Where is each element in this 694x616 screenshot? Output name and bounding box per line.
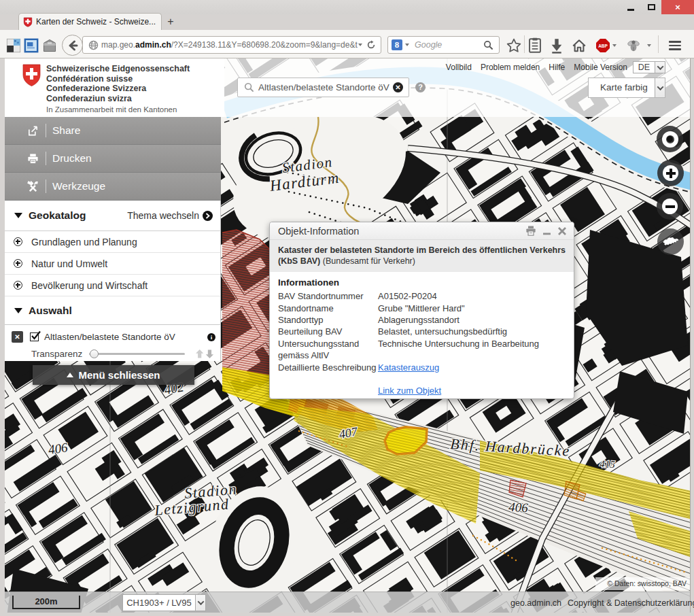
info-row: StandortnameGrube "Mittlerer Hard" [278, 303, 566, 314]
window-border-right [690, 58, 694, 616]
info-row: Link zum Objekt [278, 385, 566, 396]
minus-icon [662, 199, 678, 214]
search-placeholder: Google [415, 40, 483, 50]
werkzeuge-label: Werkzeuge [52, 180, 105, 192]
drucken-label: Drucken [52, 152, 92, 165]
category-label: Natur und Umwelt [31, 258, 107, 269]
site-header-bar: Vollbild Problem melden Hilfe Mobile Ver… [224, 58, 690, 117]
category-bevoelkerung[interactable]: Bevölkerung und Wirtschaft [5, 275, 220, 296]
plus-circle-icon [14, 237, 22, 246]
search-engine-dropdown-icon[interactable] [405, 44, 409, 46]
extension-icon-2[interactable] [24, 36, 39, 55]
url-bar[interactable]: map.geo.admin.ch/?X=249138.11&Y=680698.2… [82, 36, 381, 54]
popup-minimize-icon[interactable] [542, 226, 551, 235]
adblock-icon[interactable]: ABP [595, 36, 610, 55]
toolbar-separator [658, 35, 659, 53]
popup-titlebar[interactable]: Objekt-Information [270, 222, 574, 240]
browser-tab[interactable]: Karten der Schweiz - Schweize... [18, 13, 162, 30]
search-magnifier-icon[interactable] [483, 40, 493, 50]
tab-strip: Karten der Schweiz - Schweize... + [0, 0, 694, 30]
back-button[interactable] [62, 35, 83, 56]
copyright-link[interactable]: Copyright & Datenschutzerklärung [568, 598, 694, 608]
slider-track [89, 353, 185, 355]
arrow-right-circle-icon [203, 211, 213, 221]
slider-knob[interactable] [90, 349, 99, 358]
category-label: Grundlagen und Planung [31, 237, 137, 247]
info-row: Untersuchungsstand gemäss AltlVTechnisch… [278, 338, 566, 362]
label-406a: 406 [48, 440, 69, 457]
share-label: Share [52, 124, 80, 137]
extension-icon-1[interactable] [6, 36, 21, 55]
language-select[interactable]: DE [633, 61, 665, 73]
link-vollbild[interactable]: Vollbild [446, 63, 472, 72]
extension-icon-3[interactable] [42, 36, 57, 55]
layer-row: ✕ Altlasten/belastete Standorte öV i [5, 328, 220, 346]
help-icon[interactable]: ? [415, 82, 426, 92]
search-icon [244, 82, 254, 92]
geokatalog-section-header[interactable]: Geokatalog Thema wechseln [5, 201, 220, 231]
auswahl-section-header[interactable]: Auswahl [5, 296, 220, 325]
layer-order-arrows[interactable] [194, 349, 216, 359]
layer-checkbox[interactable] [30, 332, 39, 341]
category-grundlagen[interactable]: Grundlagen und Planung [5, 231, 220, 253]
map-attribution: © Daten: swisstopo, BAV [595, 577, 690, 590]
thema-wechseln-link[interactable]: Thema wechseln [127, 210, 213, 221]
sidebar-item-drucken[interactable]: Drucken [5, 145, 221, 173]
popup-print-icon[interactable] [525, 226, 536, 236]
plus-circle-icon [14, 281, 22, 290]
thema-label: Thema wechseln [127, 210, 199, 221]
bookmarks-list-icon[interactable] [527, 36, 542, 55]
downloads-icon[interactable] [549, 36, 564, 55]
reload-icon[interactable] [366, 40, 376, 50]
extension-fly-icon[interactable] [626, 36, 641, 55]
katasterauszug-link[interactable]: Katasterauszug [378, 362, 439, 373]
bookmark-star-icon[interactable] [506, 36, 521, 55]
info-icon[interactable]: i [207, 333, 215, 341]
navigation-toolbar: map.geo.admin.ch/?X=249138.11&Y=680698.2… [0, 30, 694, 58]
layer-remove-button[interactable]: ✕ [12, 331, 23, 343]
sidebar-item-share[interactable]: Share [5, 117, 221, 145]
link-problem-melden[interactable]: Problem melden [481, 63, 540, 72]
toolbar-separator [524, 35, 525, 53]
geolocation-button[interactable] [657, 126, 683, 152]
zoom-in-button[interactable] [657, 160, 684, 186]
swiss-coat-of-arms [22, 64, 41, 87]
map-search-field[interactable]: Altlasten/belastete Standorte öV ✕ [237, 78, 409, 97]
sidebar-item-werkzeuge[interactable]: Werkzeuge [5, 173, 221, 201]
default-extent-button[interactable] [657, 228, 684, 255]
transparency-slider[interactable] [89, 349, 185, 358]
popup-close-icon[interactable] [557, 226, 567, 236]
link-hilfe[interactable]: Hilfe [549, 63, 565, 72]
close-menu-button[interactable]: Menü schliessen [33, 365, 194, 385]
adblock-badge: ABP [596, 39, 610, 52]
auswahl-title: Auswahl [29, 305, 72, 317]
close-menu-label: Menü schliessen [78, 369, 160, 381]
menu-hamburger-icon[interactable] [666, 36, 684, 55]
popup-body: Informationen BAV StandortnummerA01502-P… [270, 272, 574, 402]
link-mobile-version[interactable]: Mobile Version [574, 63, 627, 72]
triangle-up-icon [67, 373, 73, 377]
extension-dropdown-icon[interactable] [646, 36, 653, 55]
new-tab-button[interactable]: + [165, 17, 176, 28]
category-natur[interactable]: Natur und Umwelt [5, 253, 220, 275]
zoom-out-button[interactable] [657, 193, 683, 220]
adblock-dropdown-icon[interactable] [611, 36, 618, 55]
link-zum-objekt[interactable]: Link zum Objekt [378, 386, 441, 396]
header-links: Vollbild Problem melden Hilfe Mobile Ver… [446, 63, 627, 72]
globe-icon [88, 40, 99, 50]
informationen-heading: Informationen [278, 277, 566, 288]
url-dropdown-icon[interactable] [358, 44, 362, 46]
layer-title-bold: Kataster der belasteten Standorte im Ber… [278, 245, 566, 266]
popup-layer-description: Kataster der belasteten Standorte im Ber… [270, 240, 574, 272]
clear-search-icon[interactable]: ✕ [393, 82, 403, 92]
map-style-select[interactable]: Karte farbig [588, 78, 665, 98]
layer-title-normal: (Bundesamt für Verkehr) [323, 256, 415, 266]
printer-icon [27, 153, 39, 165]
search-bar[interactable]: 8 Google [387, 36, 500, 54]
triangle-down-icon [14, 308, 22, 313]
home-icon[interactable] [572, 36, 587, 55]
info-row: Beurteilung BAVBelastet, untersuchungsbe… [278, 326, 566, 337]
tab-title: Karten der Schweiz - Schweize... [36, 17, 156, 27]
site-header-brand: Schweizerische Eidgenossenschaft Confédé… [5, 58, 224, 117]
geoadmin-link[interactable]: geo.admin.ch [510, 598, 561, 608]
